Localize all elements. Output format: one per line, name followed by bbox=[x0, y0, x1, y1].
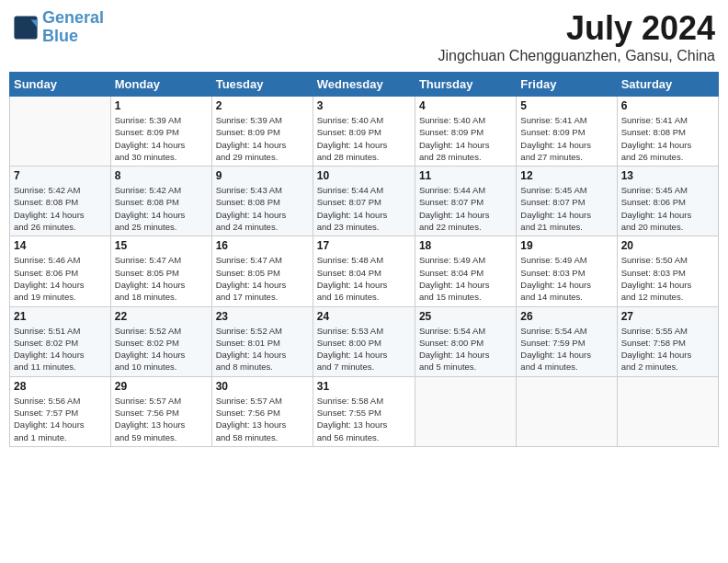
day-info: Sunrise: 5:49 AMSunset: 8:03 PMDaylight:… bbox=[520, 254, 612, 303]
day-number: 17 bbox=[317, 239, 411, 252]
day-info: Sunrise: 5:47 AMSunset: 8:05 PMDaylight:… bbox=[115, 254, 208, 303]
day-info: Sunrise: 5:49 AMSunset: 8:04 PMDaylight:… bbox=[419, 254, 512, 303]
day-info: Sunrise: 5:41 AMSunset: 8:08 PMDaylight:… bbox=[621, 114, 714, 163]
day-info: Sunrise: 5:54 AMSunset: 7:59 PMDaylight:… bbox=[520, 325, 612, 373]
day-info: Sunrise: 5:41 AMSunset: 8:09 PMDaylight:… bbox=[520, 114, 612, 163]
weekday-header-monday: Monday bbox=[110, 73, 211, 97]
calendar: SundayMondayTuesdayWednesdayThursdayFrid… bbox=[9, 72, 719, 447]
calendar-cell: 15Sunrise: 5:47 AMSunset: 8:05 PMDayligh… bbox=[110, 236, 211, 306]
calendar-cell: 29Sunrise: 5:57 AMSunset: 7:56 PMDayligh… bbox=[110, 376, 211, 446]
day-info: Sunrise: 5:51 AMSunset: 8:02 PMDaylight:… bbox=[14, 325, 107, 373]
week-row-3: 14Sunrise: 5:46 AMSunset: 8:06 PMDayligh… bbox=[10, 236, 719, 306]
calendar-cell: 14Sunrise: 5:46 AMSunset: 8:06 PMDayligh… bbox=[10, 236, 111, 306]
day-info: Sunrise: 5:43 AMSunset: 8:08 PMDaylight:… bbox=[216, 184, 309, 233]
week-row-2: 7Sunrise: 5:42 AMSunset: 8:08 PMDaylight… bbox=[10, 167, 719, 236]
calendar-cell: 8Sunrise: 5:42 AMSunset: 8:08 PMDaylight… bbox=[110, 167, 211, 236]
day-number: 22 bbox=[115, 310, 208, 323]
day-info: Sunrise: 5:39 AMSunset: 8:09 PMDaylight:… bbox=[216, 114, 309, 163]
calendar-cell: 31Sunrise: 5:58 AMSunset: 7:55 PMDayligh… bbox=[313, 376, 415, 446]
day-number: 13 bbox=[621, 169, 714, 182]
week-row-1: 1Sunrise: 5:39 AMSunset: 8:09 PMDaylight… bbox=[10, 97, 719, 167]
day-number: 26 bbox=[520, 310, 612, 323]
day-number: 19 bbox=[520, 239, 612, 252]
calendar-cell: 13Sunrise: 5:45 AMSunset: 8:06 PMDayligh… bbox=[617, 167, 718, 236]
calendar-cell: 4Sunrise: 5:40 AMSunset: 8:09 PMDaylight… bbox=[415, 97, 516, 167]
calendar-cell: 25Sunrise: 5:54 AMSunset: 8:00 PMDayligh… bbox=[415, 306, 516, 376]
calendar-cell: 30Sunrise: 5:57 AMSunset: 7:56 PMDayligh… bbox=[211, 376, 313, 446]
day-number: 21 bbox=[14, 310, 107, 323]
day-number: 15 bbox=[115, 239, 208, 252]
day-info: Sunrise: 5:48 AMSunset: 8:04 PMDaylight:… bbox=[317, 254, 411, 303]
day-number: 31 bbox=[317, 380, 411, 393]
day-number: 24 bbox=[317, 310, 411, 323]
day-number: 4 bbox=[419, 99, 512, 112]
day-number: 9 bbox=[216, 169, 309, 182]
day-number: 29 bbox=[115, 380, 208, 393]
logo-line1: General bbox=[42, 8, 104, 27]
day-number: 6 bbox=[621, 99, 714, 112]
calendar-cell bbox=[415, 376, 516, 446]
day-info: Sunrise: 5:39 AMSunset: 8:09 PMDaylight:… bbox=[115, 114, 208, 163]
day-number: 18 bbox=[419, 239, 512, 252]
day-info: Sunrise: 5:52 AMSunset: 8:02 PMDaylight:… bbox=[115, 325, 208, 373]
day-number: 30 bbox=[216, 380, 309, 393]
title-block: July 2024 Jingchuan Chengguanzhen, Gansu… bbox=[438, 9, 715, 64]
calendar-cell: 27Sunrise: 5:55 AMSunset: 7:58 PMDayligh… bbox=[617, 306, 718, 376]
day-info: Sunrise: 5:40 AMSunset: 8:09 PMDaylight:… bbox=[419, 114, 512, 163]
day-info: Sunrise: 5:47 AMSunset: 8:05 PMDaylight:… bbox=[216, 254, 309, 303]
calendar-cell: 3Sunrise: 5:40 AMSunset: 8:09 PMDaylight… bbox=[313, 97, 415, 167]
calendar-cell: 1Sunrise: 5:39 AMSunset: 8:09 PMDaylight… bbox=[110, 97, 211, 167]
calendar-cell: 28Sunrise: 5:56 AMSunset: 7:57 PMDayligh… bbox=[10, 376, 111, 446]
day-info: Sunrise: 5:44 AMSunset: 8:07 PMDaylight:… bbox=[317, 184, 411, 233]
calendar-cell: 12Sunrise: 5:45 AMSunset: 8:07 PMDayligh… bbox=[517, 167, 617, 236]
day-number: 14 bbox=[14, 239, 107, 252]
calendar-cell: 26Sunrise: 5:54 AMSunset: 7:59 PMDayligh… bbox=[517, 306, 617, 376]
day-number: 3 bbox=[317, 99, 411, 112]
calendar-cell: 2Sunrise: 5:39 AMSunset: 8:09 PMDaylight… bbox=[211, 97, 313, 167]
day-info: Sunrise: 5:42 AMSunset: 8:08 PMDaylight:… bbox=[115, 184, 208, 233]
logo-line2: Blue bbox=[42, 28, 104, 46]
day-info: Sunrise: 5:40 AMSunset: 8:09 PMDaylight:… bbox=[317, 114, 411, 163]
calendar-cell: 6Sunrise: 5:41 AMSunset: 8:08 PMDaylight… bbox=[617, 97, 718, 167]
calendar-cell: 22Sunrise: 5:52 AMSunset: 8:02 PMDayligh… bbox=[110, 306, 211, 376]
day-info: Sunrise: 5:42 AMSunset: 8:08 PMDaylight:… bbox=[14, 184, 107, 233]
day-number: 8 bbox=[115, 169, 208, 182]
calendar-cell: 24Sunrise: 5:53 AMSunset: 8:00 PMDayligh… bbox=[313, 306, 415, 376]
day-number: 2 bbox=[216, 99, 309, 112]
day-number: 27 bbox=[621, 310, 714, 323]
day-info: Sunrise: 5:53 AMSunset: 8:00 PMDaylight:… bbox=[317, 325, 411, 373]
day-info: Sunrise: 5:55 AMSunset: 7:58 PMDaylight:… bbox=[621, 325, 714, 373]
calendar-cell: 19Sunrise: 5:49 AMSunset: 8:03 PMDayligh… bbox=[517, 236, 617, 306]
calendar-cell: 16Sunrise: 5:47 AMSunset: 8:05 PMDayligh… bbox=[211, 236, 313, 306]
day-number: 16 bbox=[216, 239, 309, 252]
day-info: Sunrise: 5:45 AMSunset: 8:06 PMDaylight:… bbox=[621, 184, 714, 233]
logo-icon bbox=[13, 15, 39, 40]
day-info: Sunrise: 5:57 AMSunset: 7:56 PMDaylight:… bbox=[216, 395, 309, 443]
day-number: 7 bbox=[14, 169, 107, 182]
calendar-cell bbox=[10, 97, 111, 167]
day-info: Sunrise: 5:52 AMSunset: 8:01 PMDaylight:… bbox=[216, 325, 309, 373]
weekday-header-saturday: Saturday bbox=[617, 73, 718, 97]
logo: General Blue bbox=[13, 9, 104, 46]
calendar-cell bbox=[517, 376, 617, 446]
day-number: 23 bbox=[216, 310, 309, 323]
day-number: 25 bbox=[419, 310, 512, 323]
calendar-cell: 7Sunrise: 5:42 AMSunset: 8:08 PMDaylight… bbox=[10, 167, 111, 236]
calendar-cell: 18Sunrise: 5:49 AMSunset: 8:04 PMDayligh… bbox=[415, 236, 516, 306]
weekday-header-thursday: Thursday bbox=[415, 73, 516, 97]
calendar-cell: 9Sunrise: 5:43 AMSunset: 8:08 PMDaylight… bbox=[211, 167, 313, 236]
weekday-header-row: SundayMondayTuesdayWednesdayThursdayFrid… bbox=[10, 73, 719, 97]
svg-rect-0 bbox=[14, 16, 37, 39]
day-info: Sunrise: 5:54 AMSunset: 8:00 PMDaylight:… bbox=[419, 325, 512, 373]
day-number: 12 bbox=[520, 169, 612, 182]
day-info: Sunrise: 5:44 AMSunset: 8:07 PMDaylight:… bbox=[419, 184, 512, 233]
day-number: 10 bbox=[317, 169, 411, 182]
day-number: 28 bbox=[14, 380, 107, 393]
calendar-cell: 10Sunrise: 5:44 AMSunset: 8:07 PMDayligh… bbox=[313, 167, 415, 236]
header: General Blue July 2024 Jingchuan Chenggu… bbox=[9, 9, 719, 64]
day-info: Sunrise: 5:50 AMSunset: 8:03 PMDaylight:… bbox=[621, 254, 714, 303]
location: Jingchuan Chengguanzhen, Gansu, China bbox=[438, 48, 715, 64]
calendar-cell: 5Sunrise: 5:41 AMSunset: 8:09 PMDaylight… bbox=[517, 97, 617, 167]
day-number: 20 bbox=[621, 239, 714, 252]
weekday-header-tuesday: Tuesday bbox=[211, 73, 313, 97]
